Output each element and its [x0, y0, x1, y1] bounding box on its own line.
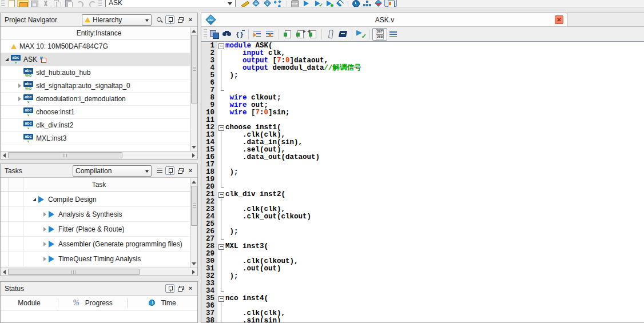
open-file-icon[interactable] — [17, 0, 29, 7]
wrap-lines-icon[interactable] — [387, 29, 400, 40]
project-tree-horizontal-scrollbar[interactable] — [1, 151, 197, 159]
pin-button[interactable] — [165, 15, 174, 24]
scroll-thumb[interactable] — [191, 35, 197, 103]
close-button[interactable]: × — [186, 15, 195, 24]
save-icon[interactable] — [29, 0, 40, 7]
clock-icon[interactable] — [350, 0, 361, 7]
tree-item[interactable]: abcvASK — [1, 53, 190, 66]
tab-ask-v[interactable]: abc ASK.v ✕ — [201, 13, 567, 26]
task-item[interactable]: Fitter (Place & Route) — [1, 222, 190, 237]
toolbar-grip[interactable] — [1, 0, 5, 7]
cut-icon[interactable] — [40, 0, 51, 7]
tree-item[interactable]: abcvclk_div:inst2 — [1, 119, 190, 132]
fold-collapse-icon[interactable] — [217, 191, 225, 198]
code-line[interactable]: 17 — [201, 161, 644, 169]
code-line[interactable]: 26 ); — [201, 228, 644, 236]
flow-select[interactable]: Compilation — [73, 165, 152, 177]
scroll-down-button[interactable] — [190, 260, 198, 268]
paperclip-icon[interactable] — [324, 29, 337, 40]
analysis-diamond-icon[interactable] — [262, 0, 273, 7]
code-line[interactable]: 32 ); — [201, 273, 644, 280]
tree-item[interactable]: abcvchoose:inst1 — [1, 106, 190, 119]
stop-icon[interactable] — [289, 0, 300, 7]
indent-increase-icon[interactable] — [251, 29, 264, 40]
code-line[interactable]: 6 — [201, 79, 644, 87]
code-line[interactable]: 35nco inst4( — [201, 295, 644, 302]
code-line[interactable]: 4 output demodul_data//解调信号 — [201, 65, 644, 72]
code-line[interactable]: 25 — [201, 221, 644, 228]
scroll-right-button[interactable] — [190, 268, 197, 276]
code-line[interactable]: 10 wire [7:0]sin; — [201, 109, 644, 117]
expand-arrow-icon[interactable] — [41, 257, 49, 261]
new-file-icon[interactable] — [6, 0, 17, 7]
bookmark-prev-icon[interactable] — [307, 29, 319, 40]
float-button[interactable] — [176, 15, 185, 24]
code-editor[interactable]: 1module ASK(2 input clk,3 output [7:0]da… — [201, 42, 644, 322]
code-line[interactable]: 21clk_div inst2( — [201, 191, 644, 198]
code-line[interactable]: 19 — [201, 176, 644, 184]
toolbar-grip[interactable] — [98, 0, 102, 7]
indent-decrease-icon[interactable] — [264, 29, 276, 40]
entity-instance-column-header[interactable]: Entity:Instance — [1, 27, 197, 39]
pin-button[interactable] — [165, 284, 174, 293]
project-tree-vertical-scrollbar[interactable] — [190, 27, 197, 151]
expand-arrow-icon[interactable] — [41, 212, 49, 217]
programmer-diamond-icon[interactable] — [335, 0, 346, 7]
column-time[interactable]: Time — [128, 296, 197, 310]
scroll-left-button[interactable] — [1, 268, 8, 276]
float-button[interactable] — [176, 166, 185, 175]
scroll-thumb[interactable] — [191, 186, 197, 226]
close-button[interactable]: × — [186, 284, 195, 293]
scroll-down-button[interactable] — [190, 143, 198, 151]
code-line[interactable]: 18 ); — [201, 169, 644, 176]
task-item[interactable]: TimeQuest Timing Analysis — [1, 252, 190, 266]
tree-item[interactable]: abcVHDsld_signaltap:auto_signaltap_0 — [1, 79, 190, 93]
fold-collapse-icon[interactable] — [217, 295, 225, 302]
expand-arrow-icon[interactable] — [41, 242, 49, 246]
task-tree-horizontal-scrollbar[interactable] — [1, 268, 197, 276]
task-column-header[interactable]: Task — [1, 178, 197, 192]
task-item[interactable]: Assembler (Generate programming files) — [1, 237, 190, 252]
debug-diamond-icon[interactable] — [373, 0, 384, 7]
tree-item[interactable]: abcVHDsld_hub:auto_hub — [1, 66, 190, 79]
column-module[interactable]: Module — [1, 296, 58, 310]
line-numbers-icon[interactable]: 267268 — [372, 28, 387, 41]
collapse-arrow-icon[interactable] — [30, 198, 38, 201]
task-item[interactable]: Compile Design — [1, 192, 190, 207]
scroll-right-button[interactable] — [190, 151, 197, 159]
tab-close-button[interactable]: ✕ — [555, 15, 563, 24]
fitter-scatter-icon[interactable] — [273, 0, 285, 7]
run-task-icon[interactable] — [49, 241, 54, 248]
analyze-file-icon[interactable] — [355, 29, 367, 40]
code-line[interactable]: 33 — [201, 280, 644, 288]
code-line[interactable]: 38 .sin(sin) — [201, 317, 644, 322]
match-brace-icon[interactable] — [233, 29, 246, 40]
tree-item[interactable]: MAX 10: 10M50DAF484C7G — [1, 40, 190, 53]
project-select[interactable]: ASK — [105, 0, 236, 7]
expand-arrow-icon[interactable] — [41, 227, 49, 232]
netlist-icon[interactable] — [361, 0, 373, 7]
redo-icon[interactable] — [86, 0, 97, 7]
search-button[interactable] — [155, 15, 164, 24]
hierarchy-select[interactable]: Hierarchy — [82, 14, 152, 26]
copy-icon[interactable] — [51, 0, 63, 7]
code-line[interactable]: 5 ); — [201, 72, 644, 79]
file-window-icon[interactable] — [208, 29, 221, 40]
bookmark-icon[interactable] — [281, 29, 294, 40]
run-task-icon[interactable] — [49, 211, 54, 218]
tree-item[interactable]: abcvdemodulation:i_demodulation — [1, 93, 190, 106]
undo-icon[interactable] — [74, 0, 86, 7]
code-line[interactable]: 24 .clk_out(clkout) — [201, 213, 644, 221]
scroll-thumb[interactable] — [8, 152, 122, 158]
run-icon[interactable] — [300, 0, 312, 7]
fold-collapse-icon[interactable] — [217, 243, 225, 250]
menu-button[interactable] — [155, 166, 164, 175]
code-line[interactable]: 28MXL inst3( — [201, 243, 644, 250]
bookmark-next-icon[interactable] — [294, 29, 307, 40]
float-button[interactable] — [176, 284, 185, 293]
tree-item[interactable]: abcvMXL:inst3 — [1, 132, 190, 145]
task-tree-vertical-scrollbar[interactable] — [190, 178, 197, 268]
fold-collapse-icon[interactable] — [217, 42, 225, 50]
scroll-thumb[interactable] — [8, 269, 140, 275]
task-item[interactable]: Analysis & Synthesis — [1, 207, 190, 222]
